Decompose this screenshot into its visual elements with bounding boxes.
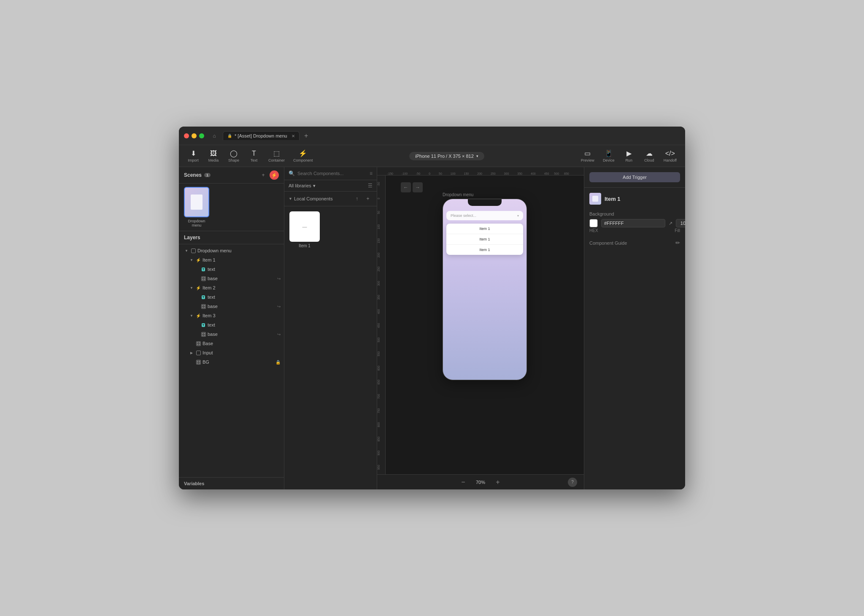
container-tool[interactable]: ⬚ Container	[265, 148, 288, 164]
layer-item3-text[interactable]: T text	[179, 320, 284, 330]
layer-input[interactable]: ▶ Input	[179, 348, 284, 357]
hex-label: HEX	[589, 228, 598, 233]
device-tool[interactable]: 📱 Device	[599, 148, 618, 164]
toolbar: ⬇ Import 🖼 Media ◯ Shape T Text ⬚ Contai…	[179, 145, 685, 167]
list-view-icon[interactable]: ☰	[368, 183, 373, 189]
grid-icon-bg	[195, 359, 202, 365]
hex-input[interactable]	[601, 219, 665, 227]
upload-icon[interactable]: ↑	[352, 194, 362, 203]
layer-item1-base[interactable]: base ↪	[179, 274, 284, 283]
layer-item2-text[interactable]: T text	[179, 292, 284, 302]
import-tool[interactable]: ⬇ Import	[184, 148, 202, 164]
run-tool[interactable]: ▶ Run	[620, 148, 638, 164]
device-icon: 📱	[605, 149, 613, 157]
component-guide-row: Component Guide ✏	[589, 240, 680, 246]
minimize-button[interactable]	[192, 133, 197, 138]
handoff-tool[interactable]: </> Handoff	[660, 148, 680, 164]
dropdown-trigger[interactable]: Please select... ▾	[446, 211, 523, 220]
zoom-out-button[interactable]: −	[459, 478, 468, 487]
add-scene-button[interactable]: +	[259, 170, 268, 180]
components-grid: – Item 1	[284, 206, 377, 253]
expand-toggle-item3[interactable]: ▼	[189, 313, 194, 318]
text-tool[interactable]: T Text	[245, 148, 263, 164]
background-label: Background	[589, 211, 680, 216]
active-tab[interactable]: 🔒 * [Asset] Dropdown menu ✕	[223, 131, 300, 140]
search-icon: 🔍	[289, 170, 295, 176]
home-button[interactable]: ⌂	[209, 131, 219, 141]
nav-back-button[interactable]: ←	[401, 182, 411, 192]
layer-item3-base[interactable]: base ↪	[179, 330, 284, 339]
edit-icon[interactable]: ✏	[675, 240, 680, 246]
expand-toggle-item2[interactable]: ▼	[189, 285, 194, 290]
filter-icon[interactable]: ≡	[370, 170, 373, 176]
color-property-row: ↗	[589, 219, 680, 227]
chevron-down-icon: ▾	[517, 214, 519, 218]
expand-toggle-item1[interactable]: ▼	[189, 257, 194, 262]
canvas-bottom-bar: − 70% + ?	[377, 474, 584, 489]
layer-item1[interactable]: ▼ ⚡ Item 1	[179, 255, 284, 265]
text-layer-icon-3: T	[200, 322, 207, 328]
list-item[interactable]: Item 1	[446, 245, 523, 255]
frame-icon-input	[195, 349, 202, 356]
nav-forward-button[interactable]: →	[413, 182, 423, 192]
layer-base[interactable]: Base	[179, 339, 284, 348]
shape-tool[interactable]: ◯ Shape	[224, 148, 243, 164]
layer-item2-base[interactable]: base ↪	[179, 302, 284, 311]
maximize-button[interactable]	[199, 133, 204, 138]
media-tool[interactable]: 🖼 Media	[204, 148, 223, 164]
all-libraries-button[interactable]: All libraries ▾	[289, 183, 316, 189]
search-input[interactable]	[297, 171, 367, 176]
device-selector-label: iPhone 11 Pro / X 375 × 812	[415, 154, 474, 159]
frame-icon	[190, 247, 197, 254]
chevron-down-icon: ▾	[313, 183, 316, 189]
component-title: Item 1	[605, 196, 621, 202]
layer-bg[interactable]: BG 🔒	[179, 357, 284, 367]
cloud-tool[interactable]: ☁ Cloud	[640, 148, 659, 164]
preview-icon: ▭	[584, 149, 591, 157]
add-tab-button[interactable]: +	[301, 131, 311, 141]
layer-dropdown-menu[interactable]: ▼ Dropdown menu	[179, 246, 284, 255]
close-button[interactable]	[184, 133, 189, 138]
list-item[interactable]: Item 1	[446, 234, 523, 245]
zoom-level: 70%	[473, 480, 488, 485]
grid-icon-2	[200, 303, 207, 310]
components-panel: 🔍 ≡ All libraries ▾ ☰ ▼ Local Components…	[284, 167, 377, 489]
scene-thumb-image	[184, 187, 209, 217]
list-item[interactable]: Item 1	[446, 224, 523, 234]
toolbar-right: ▭ Preview 📱 Device ▶ Run ☁ Cloud </> Han…	[578, 148, 680, 164]
expand-toggle[interactable]: ▼	[184, 248, 189, 253]
phone-notch	[468, 199, 502, 206]
color-swatch[interactable]	[589, 219, 598, 227]
left-panel: Scenes 1 + ⚡ Dropdown menu L	[179, 167, 284, 489]
tab-close-icon[interactable]: ✕	[292, 134, 295, 138]
zoom-in-button[interactable]: +	[493, 478, 502, 487]
component-icon	[589, 193, 601, 205]
search-bar: 🔍 ≡	[284, 167, 377, 180]
add-trigger-button[interactable]: Add Trigger	[589, 172, 680, 182]
grid-icon	[200, 275, 207, 282]
layer-item2[interactable]: ▼ ⚡ Item 2	[179, 283, 284, 292]
right-panel-top: Add Trigger	[584, 167, 685, 188]
add-component-button[interactable]: +	[363, 194, 373, 203]
layers-header: Layers	[179, 231, 284, 244]
canvas-main[interactable]: ← → Dropdown menu Please select... ▾	[386, 176, 584, 474]
component-tool[interactable]: ⚡ Component	[290, 148, 316, 164]
preview-tool[interactable]: ▭ Preview	[578, 148, 598, 164]
libraries-header: All libraries ▾ ☰	[284, 180, 377, 192]
dropdown-placeholder: Please select...	[451, 213, 476, 218]
component-card-item1[interactable]: – Item 1	[289, 211, 320, 248]
layer-item1-text[interactable]: T text	[179, 265, 284, 274]
grid-icon-3	[200, 331, 207, 338]
opacity-input[interactable]	[676, 219, 685, 227]
layers-content[interactable]: ▼ Dropdown menu ▼ ⚡ Item 1 T	[179, 244, 284, 477]
lightning-button[interactable]: ⚡	[270, 170, 279, 180]
app-window: ⌂ 🔒 * [Asset] Dropdown menu ✕ + ⬇ Import…	[179, 127, 685, 489]
scene-thumb-label: Dropdown menu	[184, 219, 209, 227]
scene-thumbnail[interactable]: Dropdown menu	[184, 187, 209, 227]
layer-item3[interactable]: ▼ ⚡ Item 3	[179, 311, 284, 320]
scenes-count-badge: 1	[204, 173, 211, 177]
media-icon: 🖼	[210, 150, 217, 157]
help-button[interactable]: ?	[568, 478, 577, 487]
device-selector[interactable]: iPhone 11 Pro / X 375 × 812 ▾	[409, 152, 484, 160]
expand-toggle-input[interactable]: ▶	[189, 350, 194, 355]
